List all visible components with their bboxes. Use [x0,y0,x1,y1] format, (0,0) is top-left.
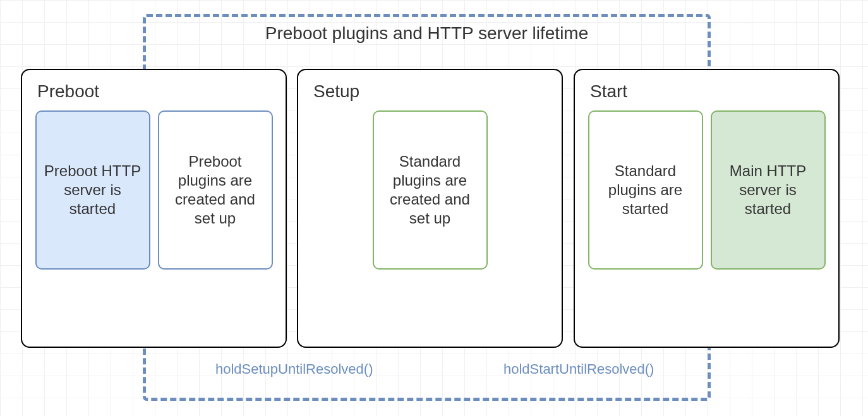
phase-setup: Setup Standard plugins are created and s… [297,69,563,348]
phase-preboot: Preboot Preboot HTTP server is started P… [21,69,287,348]
lifetime-title: Preboot plugins and HTTP server lifetime [143,23,711,44]
phase-preboot-title: Preboot [37,81,279,102]
main-http-server-box: Main HTTP server is started [711,110,826,270]
phase-setup-title: Setup [313,81,555,102]
standard-plugins-start-box: Standard plugins are started [588,110,703,270]
phase-start: Start Standard plugins are started Main … [574,69,840,348]
preboot-plugins-box: Preboot plugins are created and set up [158,110,273,270]
start-inner-row: Standard plugins are started Main HTTP s… [581,110,832,270]
phase-start-title: Start [590,81,832,102]
standard-plugins-setup-box: Standard plugins are created and set up [373,110,488,270]
hold-setup-label: holdSetupUntilResolved() [215,361,373,377]
preboot-http-server-box: Preboot HTTP server is started [35,110,150,270]
hold-start-label: holdStartUntilResolved() [503,361,654,377]
setup-inner-row: Standard plugins are created and set up [304,110,555,270]
preboot-inner-row: Preboot HTTP server is started Preboot p… [28,110,279,270]
